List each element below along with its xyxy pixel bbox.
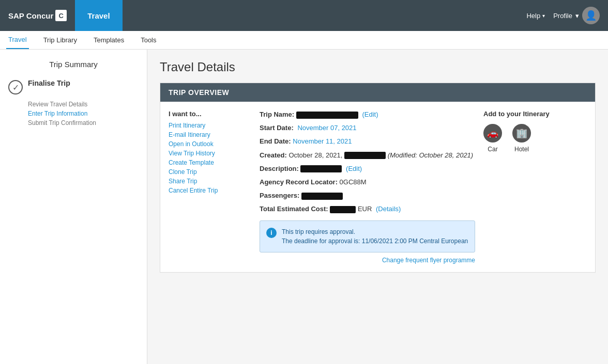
trip-name-edit[interactable]: (Edit) (362, 110, 378, 118)
iwant-email-itinerary[interactable]: E-mail Itinerary (169, 131, 251, 138)
finalize-content: Finalise Trip (28, 79, 70, 91)
total-cost-label: Total Estimated Cost: (260, 205, 328, 213)
main-layout: Trip Summary ✓ Finalise Trip Review Trav… (0, 50, 608, 364)
car-label: Car (488, 146, 497, 153)
profile-label: Profile (553, 12, 572, 20)
iwant-column: I want to... Print Itinerary E-mail Itin… (169, 110, 251, 264)
modified-label: (Modified: October 28, 2021) (388, 151, 473, 159)
help-menu[interactable]: Help (526, 12, 545, 20)
iwant-view-trip-history[interactable]: View Trip History (169, 150, 251, 157)
start-date-label: Start Date: (260, 124, 294, 132)
itinerary-column: Add to your Itinerary 🚗 Car 🏢 Hotel (483, 110, 587, 264)
approval-deadline: The deadline for approval is: 11/06/2021… (282, 236, 468, 246)
passengers-value (301, 193, 343, 200)
description-row: Description: (Edit) (260, 164, 475, 173)
itinerary-hotel-option[interactable]: 🏢 Hotel (512, 124, 531, 153)
approval-info-box: i This trip requires approval. The deadl… (260, 220, 475, 252)
finalize-label: Finalise Trip (28, 79, 70, 87)
iwant-share-trip[interactable]: Share Trip (169, 178, 251, 185)
info-icon: i (266, 228, 277, 238)
chevron-down-icon: ▾ (575, 12, 579, 20)
total-cost-currency-display: EUR (358, 205, 372, 213)
trip-name-value (296, 112, 358, 119)
agency-record-display: 0GC88M (340, 178, 367, 186)
trip-overview-card: TRIP OVERVIEW I want to... Print Itinera… (160, 83, 596, 273)
car-icon: 🚗 (483, 124, 502, 143)
sidebar-link-enter-trip[interactable]: Enter Trip Information (28, 110, 139, 117)
total-cost-details[interactable]: (Details) (376, 205, 401, 213)
subnav-item-travel[interactable]: Travel (6, 31, 29, 49)
top-bar-right: Help Profile ▾ 👤 (526, 7, 608, 24)
trip-name-label: Trip Name: (260, 110, 294, 118)
top-bar: SAP Concur C Travel Help Profile ▾ 👤 (0, 0, 608, 31)
iwant-clone-trip[interactable]: Clone Trip (169, 168, 251, 176)
trip-summary-title: Trip Summary (8, 60, 139, 69)
iwant-title: I want to... (169, 110, 251, 118)
iwant-open-outlook[interactable]: Open in Outlook (169, 140, 251, 148)
frequent-flyer-link[interactable]: Change frequent flyer programme (260, 257, 475, 264)
hotel-label: Hotel (514, 146, 529, 153)
start-date-display: November 07, 2021 (297, 124, 356, 132)
total-cost-row: Total Estimated Cost: EUR (Details) (260, 204, 475, 214)
itinerary-car-option[interactable]: 🚗 Car (483, 124, 502, 153)
check-icon: ✓ (8, 80, 23, 94)
iwant-create-template[interactable]: Create Template (169, 159, 251, 166)
hotel-icon: 🏢 (512, 124, 531, 143)
content-area: Travel Details TRIP OVERVIEW I want to..… (147, 50, 608, 364)
sap-concur-logo: SAP Concur C (0, 0, 75, 31)
finalize-section: ✓ Finalise Trip (8, 79, 139, 94)
passengers-label: Passengers: (260, 192, 299, 199)
end-date-display: November 11, 2021 (293, 137, 352, 145)
description-edit[interactable]: (Edit) (346, 165, 362, 172)
trip-overview-body: I want to... Print Itinerary E-mail Itin… (160, 102, 595, 272)
subnav-item-trip-library[interactable]: Trip Library (41, 31, 79, 49)
concur-box-icon: C (55, 10, 67, 21)
profile-menu[interactable]: Profile ▾ 👤 (553, 7, 600, 24)
trip-name-row: Trip Name: (Edit) (260, 110, 475, 119)
created-row: Created: October 28, 2021, (Modified: Oc… (260, 151, 475, 160)
end-date-label: End Date: (260, 137, 291, 145)
created-date: October 28, 2021, (288, 151, 344, 159)
sidebar: Trip Summary ✓ Finalise Trip Review Trav… (0, 50, 147, 364)
sub-nav: Travel Trip Library Templates Tools (0, 31, 608, 50)
travel-tab-header[interactable]: Travel (75, 0, 122, 31)
sidebar-link-review-travel[interactable]: Review Travel Details (28, 101, 139, 108)
description-label: Description: (260, 165, 299, 172)
passengers-row: Passengers: (260, 191, 475, 200)
info-text-block: This trip requires approval. The deadlin… (282, 227, 468, 246)
agency-record-label: Agency Record Locator: (260, 178, 338, 186)
subnav-item-tools[interactable]: Tools (139, 31, 158, 49)
approval-message: This trip requires approval. (282, 227, 468, 236)
iwant-print-itinerary[interactable]: Print Itinerary (169, 122, 251, 129)
subnav-item-templates[interactable]: Templates (92, 31, 126, 49)
start-date-row: Start Date: November 07, 2021 (260, 123, 475, 133)
created-label: Created: (260, 151, 287, 159)
end-date-row: End Date: November 11, 2021 (260, 137, 475, 146)
sidebar-links: Review Travel Details Enter Trip Informa… (28, 101, 139, 126)
iwant-links: Print Itinerary E-mail Itinerary Open in… (169, 122, 251, 194)
avatar: 👤 (582, 7, 600, 24)
agency-record-row: Agency Record Locator: 0GC88M (260, 178, 475, 187)
top-bar-left: SAP Concur C Travel (0, 0, 123, 31)
itinerary-options: 🚗 Car 🏢 Hotel (483, 124, 587, 153)
sap-concur-text: SAP Concur (8, 11, 53, 20)
trip-overview-header: TRIP OVERVIEW (160, 83, 595, 102)
itinerary-title: Add to your Itinerary (483, 110, 587, 118)
sidebar-link-submit-trip[interactable]: Submit Trip Confirmation (28, 119, 139, 126)
total-cost-value (330, 206, 356, 213)
iwant-cancel-trip[interactable]: Cancel Entire Trip (169, 187, 251, 194)
page-title: Travel Details (160, 60, 596, 74)
description-value (300, 165, 342, 172)
trip-details-column: Trip Name: (Edit) Start Date: November 0… (260, 110, 475, 264)
created-by-redacted (344, 152, 386, 159)
